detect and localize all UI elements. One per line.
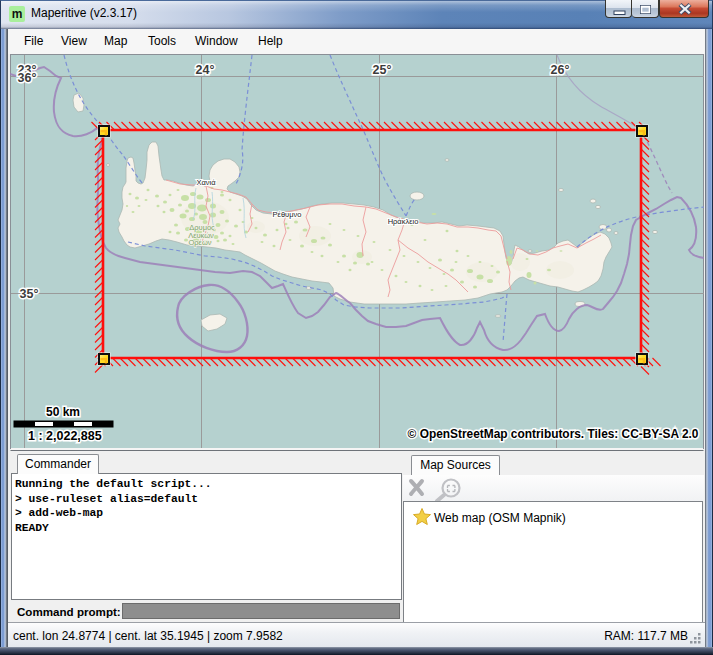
- svg-text:25°: 25°: [373, 63, 392, 77]
- svg-text:26°: 26°: [551, 63, 570, 77]
- svg-text:Ορέων: Ορέων: [188, 238, 211, 247]
- svg-text:24°: 24°: [196, 63, 215, 77]
- svg-text:Ρέθυμνο: Ρέθυμνο: [273, 210, 302, 219]
- svg-text:36°: 36°: [18, 71, 37, 85]
- svg-text:Χανιά: Χανιά: [196, 178, 216, 187]
- svg-text:© OpenStreetMap contributors.: © OpenStreetMap contributors. Tiles: CC-…: [408, 427, 699, 441]
- svg-text:Ηράκλειο: Ηράκλειο: [388, 217, 419, 226]
- svg-text:50 km: 50 km: [46, 405, 80, 419]
- svg-text:35°: 35°: [20, 287, 39, 301]
- svg-text:1 : 2,022,885: 1 : 2,022,885: [28, 429, 102, 443]
